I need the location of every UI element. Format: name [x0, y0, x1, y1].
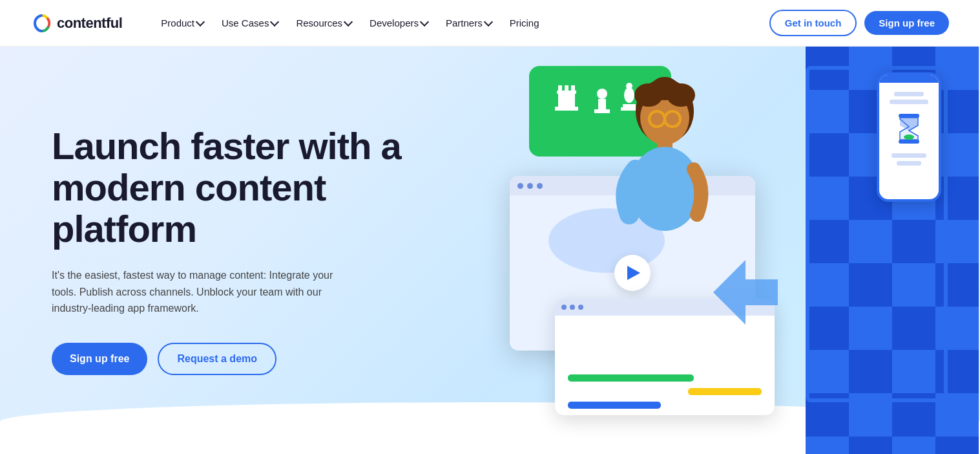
svg-rect-7	[557, 91, 576, 94]
phone-bar-4	[897, 161, 921, 166]
nav-pricing[interactable]: Pricing	[502, 12, 547, 34]
nav-use-cases[interactable]: Use Cases	[214, 12, 286, 34]
browser-dot-s3	[578, 305, 583, 310]
chevron-down-icon	[344, 17, 353, 27]
play-triangle-icon	[627, 266, 640, 280]
nav-product-label: Product	[161, 17, 194, 28]
logo-icon	[31, 13, 52, 34]
phone-bar-3	[891, 153, 926, 158]
hero-buttons: Sign up free Request a demo	[52, 343, 459, 375]
svg-rect-1	[899, 114, 919, 118]
svg-rect-6	[571, 85, 575, 91]
svg-point-23	[629, 147, 700, 231]
phone-notch	[879, 75, 939, 83]
svg-point-26	[667, 83, 695, 107]
hero-title: Launch faster with a modern content plat…	[52, 125, 459, 249]
brand-name: contentful	[57, 15, 122, 32]
chevron-down-icon	[420, 17, 429, 27]
nav-developers[interactable]: Developers	[362, 12, 435, 34]
navigation: contentful Product Use Cases Resources D…	[0, 0, 980, 47]
svg-rect-4	[558, 85, 562, 91]
svg-rect-8	[558, 94, 575, 107]
progress-bar-blue	[568, 402, 661, 409]
nav-resources-label: Resources	[296, 17, 342, 28]
nav-actions: Get in touch Sign up free	[769, 10, 949, 36]
chevron-down-icon	[484, 17, 493, 27]
phone-bar-1	[894, 92, 924, 96]
get-in-touch-button[interactable]: Get in touch	[769, 10, 857, 36]
hero-subtitle: It's the easiest, fastest way to manage …	[52, 267, 336, 317]
progress-bar-green	[568, 374, 694, 382]
browser-dot-s1	[561, 305, 567, 310]
hero-section: Launch faster with a modern content plat…	[0, 47, 980, 454]
request-demo-button[interactable]: Request a demo	[158, 343, 276, 375]
phone-bar-2	[890, 100, 929, 104]
browser-dot-s2	[570, 305, 575, 310]
hero-illustration	[490, 47, 981, 454]
phone-body	[879, 87, 939, 171]
hourglass-icon	[895, 113, 923, 145]
nav-developers-label: Developers	[370, 17, 419, 28]
blue-arrow-icon	[707, 241, 791, 331]
nav-links: Product Use Cases Resources Developers P…	[153, 12, 769, 34]
chevron-down-icon	[270, 17, 279, 27]
phone-card	[877, 72, 941, 202]
nav-use-cases-label: Use Cases	[222, 17, 269, 28]
svg-rect-2	[899, 140, 919, 144]
browser-dot-1	[517, 183, 523, 189]
progress-bar-yellow	[688, 388, 762, 395]
nav-partners-label: Partners	[446, 17, 483, 28]
person-illustration	[600, 59, 729, 266]
svg-point-3	[904, 135, 914, 140]
svg-rect-9	[555, 107, 578, 111]
svg-rect-5	[565, 85, 568, 91]
sign-up-hero-button[interactable]: Sign up free	[52, 343, 147, 375]
nav-resources[interactable]: Resources	[288, 12, 359, 34]
sign-up-nav-button[interactable]: Sign up free	[864, 11, 949, 35]
nav-partners[interactable]: Partners	[438, 12, 499, 34]
chevron-down-icon	[196, 17, 205, 27]
browser-dot-3	[537, 183, 543, 189]
hero-content: Launch faster with a modern content plat…	[0, 47, 490, 454]
nav-product[interactable]: Product	[153, 12, 211, 34]
browser-dot-2	[527, 183, 533, 189]
nav-pricing-label: Pricing	[510, 17, 539, 28]
logo-link[interactable]: contentful	[31, 13, 122, 34]
